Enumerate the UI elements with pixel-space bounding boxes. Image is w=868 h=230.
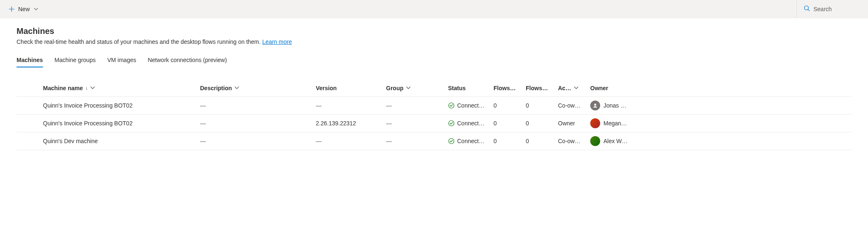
- chevron-down-icon: [574, 85, 579, 91]
- status-text: Connect…: [457, 120, 484, 127]
- tab-label: VM images: [107, 57, 136, 63]
- tab-machine-groups[interactable]: Machine groups: [55, 53, 96, 67]
- description-cell: —: [197, 102, 312, 109]
- plus-icon: [8, 6, 15, 12]
- flows-queued-cell: 0: [522, 120, 555, 127]
- svg-point-2: [594, 104, 596, 106]
- version-cell: —: [312, 102, 383, 109]
- tab-list: Machines Machine groups VM images Networ…: [17, 53, 851, 68]
- row-select[interactable]: [17, 120, 40, 127]
- chevron-down-icon: [90, 85, 95, 91]
- content-area: Machines Check the real-time health and …: [0, 18, 868, 150]
- owner-name: Megan…: [603, 120, 627, 127]
- column-access[interactable]: Ac…: [555, 85, 587, 91]
- command-bar-right: [796, 0, 863, 18]
- column-label: Group: [386, 85, 403, 91]
- machine-name-cell[interactable]: Quinn's Invoice Processing BOT02: [40, 120, 197, 127]
- svg-point-3: [449, 121, 454, 126]
- page-description-text: Check the real-time health and status of…: [17, 38, 261, 45]
- tab-vm-images[interactable]: VM images: [107, 53, 136, 67]
- column-label: Flows…: [494, 85, 516, 91]
- flows-queued-cell: 0: [522, 138, 555, 144]
- search-icon: [804, 5, 810, 13]
- group-cell: —: [383, 120, 445, 127]
- flows-running-cell: 0: [490, 102, 522, 109]
- access-cell: Owner: [555, 120, 587, 127]
- search-input[interactable]: [813, 6, 863, 12]
- svg-point-0: [804, 6, 808, 10]
- command-bar: New: [0, 0, 868, 18]
- column-machine-name[interactable]: Machine name ↓: [40, 85, 197, 91]
- table-row[interactable]: Quinn's Dev machine — — — Connect… 0 0 C…: [17, 132, 851, 150]
- status-text: Connect…: [457, 138, 484, 144]
- owner-cell: Alex W…: [587, 136, 628, 146]
- tab-label: Network connections (preview): [148, 57, 227, 63]
- machine-name-cell[interactable]: Quinn's Invoice Processing BOT02: [40, 102, 197, 109]
- description-cell: —: [197, 138, 312, 144]
- flows-queued-cell: 0: [522, 102, 555, 109]
- column-label: Description: [200, 85, 232, 91]
- avatar: [590, 136, 600, 146]
- version-cell: 2.26.139.22312: [312, 120, 383, 127]
- column-group[interactable]: Group: [383, 85, 445, 91]
- machines-table: Machine name ↓ Description Version Group…: [17, 79, 851, 150]
- status-cell: Connect…: [445, 120, 490, 127]
- new-button[interactable]: New: [5, 3, 41, 15]
- column-flows-queued[interactable]: Flows…: [522, 85, 555, 91]
- owner-name: Alex W…: [603, 138, 627, 144]
- check-circle-icon: [448, 138, 455, 144]
- avatar: [590, 101, 600, 110]
- learn-more-link[interactable]: Learn more: [262, 38, 292, 45]
- column-description[interactable]: Description: [197, 85, 312, 91]
- row-select[interactable]: [17, 137, 40, 145]
- avatar: [590, 118, 600, 128]
- tab-label: Machines: [17, 57, 43, 63]
- owner-cell: Jonas …: [587, 101, 628, 110]
- column-label: Version: [316, 85, 337, 91]
- status-text: Connect…: [457, 102, 484, 109]
- tab-label: Machine groups: [55, 57, 96, 63]
- access-cell: Co-ow…: [555, 102, 587, 109]
- column-label: Machine name: [43, 85, 83, 91]
- chevron-down-icon: [406, 85, 411, 91]
- group-cell: —: [383, 102, 445, 109]
- column-status[interactable]: Status: [445, 85, 490, 91]
- flows-running-cell: 0: [490, 138, 522, 144]
- arrow-down-icon: ↓: [85, 85, 88, 91]
- description-cell: —: [197, 120, 312, 127]
- status-cell: Connect…: [445, 102, 490, 109]
- owner-name: Jonas …: [603, 102, 626, 109]
- check-circle-icon: [448, 102, 455, 109]
- row-select[interactable]: [17, 102, 40, 109]
- search-box[interactable]: [804, 5, 863, 13]
- column-label: Owner: [590, 85, 608, 91]
- command-bar-left: New: [5, 3, 41, 15]
- chevron-down-icon: [34, 6, 38, 12]
- new-button-label: New: [18, 6, 30, 12]
- chevron-down-icon: [234, 85, 239, 91]
- column-label: Status: [448, 85, 466, 91]
- machine-name-cell[interactable]: Quinn's Dev machine: [40, 138, 197, 144]
- group-cell: —: [383, 138, 445, 144]
- status-cell: Connect…: [445, 138, 490, 144]
- column-flows-running[interactable]: Flows…: [490, 85, 522, 91]
- column-label: Ac…: [558, 85, 571, 91]
- page-title: Machines: [17, 26, 851, 36]
- tab-network-connections[interactable]: Network connections (preview): [148, 53, 227, 67]
- table-row[interactable]: Quinn's Invoice Processing BOT02 — — — C…: [17, 97, 851, 115]
- access-cell: Co-ow…: [555, 138, 587, 144]
- page-description: Check the real-time health and status of…: [17, 38, 851, 45]
- svg-point-1: [449, 103, 454, 108]
- owner-cell: Megan…: [587, 118, 628, 128]
- column-owner[interactable]: Owner: [587, 85, 628, 91]
- flows-running-cell: 0: [490, 120, 522, 127]
- version-cell: —: [312, 138, 383, 144]
- tab-machines[interactable]: Machines: [17, 53, 43, 67]
- table-row[interactable]: Quinn's Invoice Processing BOT02 — 2.26.…: [17, 115, 851, 132]
- svg-point-4: [449, 139, 454, 144]
- column-version[interactable]: Version: [312, 85, 383, 91]
- column-label: Flows…: [526, 85, 548, 91]
- check-circle-icon: [448, 120, 455, 127]
- table-header-row: Machine name ↓ Description Version Group…: [17, 79, 851, 97]
